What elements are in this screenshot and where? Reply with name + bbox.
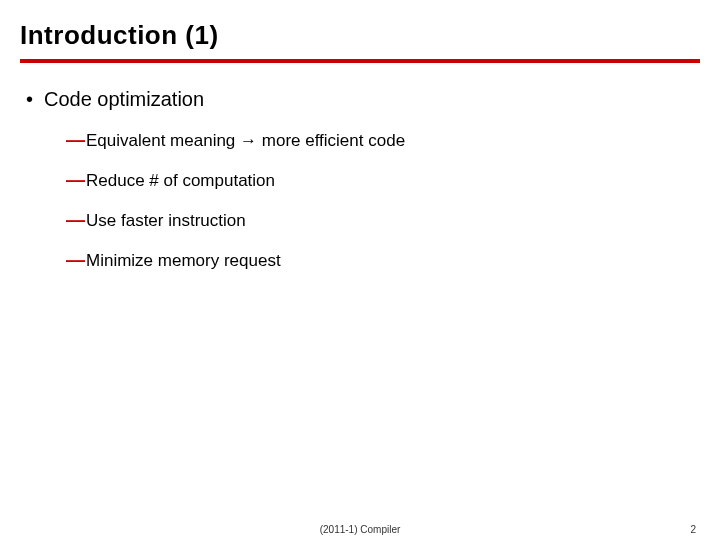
bullet-l2-pre: Use faster instruction: [86, 211, 246, 230]
footer-center-text: (2011-1) Compiler: [0, 524, 720, 535]
dash-icon: —: [66, 169, 86, 191]
dash-icon: —: [66, 249, 86, 271]
slide: Introduction (1) •Code optimization —Equ…: [0, 0, 720, 540]
bullet-l2-pre: Minimize memory request: [86, 251, 281, 270]
bullet-level2: —Minimize memory request: [66, 249, 700, 271]
slide-title: Introduction (1): [20, 20, 700, 51]
title-rule: [20, 59, 700, 63]
bullet-dot-icon: •: [26, 88, 44, 111]
dash-icon: —: [66, 209, 86, 231]
arrow-icon: →: [240, 131, 257, 150]
bullet-level2: —Equivalent meaning → more efficient cod…: [66, 129, 700, 151]
bullet-level1-text: Code optimization: [44, 88, 204, 110]
page-number: 2: [690, 524, 696, 535]
bullet-level1: •Code optimization: [26, 88, 700, 111]
bullet-level2: —Reduce # of computation: [66, 169, 700, 191]
bullet-l2-pre: Reduce # of computation: [86, 171, 275, 190]
bullet-level2: —Use faster instruction: [66, 209, 700, 231]
bullet-l2-pre: Equivalent meaning: [86, 131, 240, 150]
dash-icon: —: [66, 129, 86, 151]
bullet-l2-post: more efficient code: [257, 131, 405, 150]
